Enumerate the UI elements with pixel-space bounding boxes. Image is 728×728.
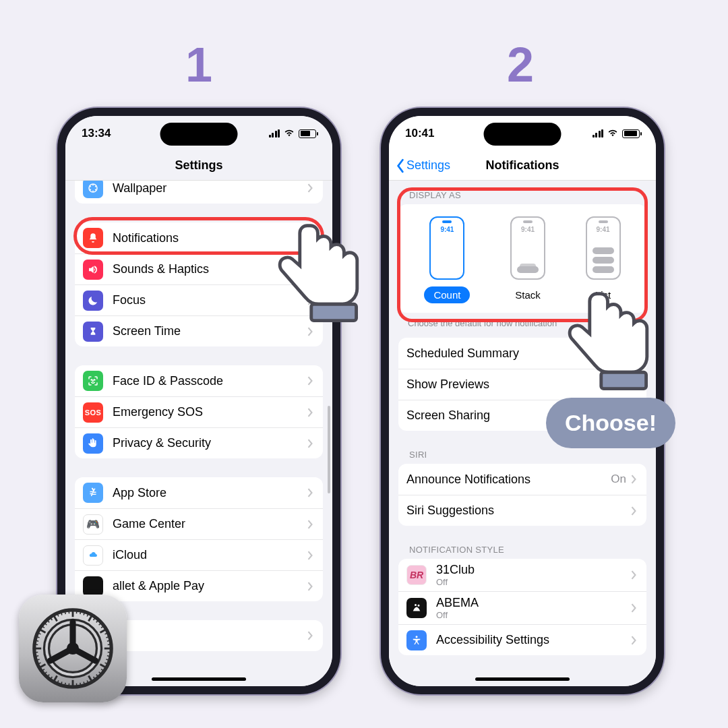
settings-row-abema[interactable]: ABEMAOff <box>398 591 646 624</box>
acc-icon <box>406 630 427 650</box>
row-label: Accessibility Settings <box>436 633 630 647</box>
nav-title: Notifications <box>485 158 559 173</box>
svg-rect-9 <box>311 304 357 320</box>
abema-icon <box>406 598 427 618</box>
settings-row-emergency-sos[interactable]: SOSEmergency SOS <box>75 396 323 427</box>
row-label: 31Club <box>436 563 630 577</box>
nav-bar: Settings Notifications <box>389 151 656 181</box>
svg-line-59 <box>35 656 38 657</box>
app-icon <box>83 576 103 597</box>
svg-rect-11 <box>601 372 646 388</box>
home-indicator <box>475 677 570 681</box>
scrollbar[interactable] <box>328 406 330 493</box>
svg-point-10 <box>416 636 418 638</box>
settings-row-icloud[interactable]: iCloud <box>75 539 323 570</box>
svg-point-5 <box>90 189 91 190</box>
settings-row-wallpaper[interactable]: Wallpaper <box>75 181 323 204</box>
step-number-2: 2 <box>507 37 534 92</box>
back-label: Settings <box>406 158 450 173</box>
row-label: Privacy & Security <box>113 436 307 450</box>
svg-point-1 <box>92 185 94 186</box>
svg-line-45 <box>76 684 77 687</box>
hand-icon <box>83 433 103 454</box>
section-header-display-as: DISPLAY AS <box>389 181 656 204</box>
section-header-siri: SIRI <box>389 450 656 464</box>
svg-line-63 <box>35 640 38 641</box>
dynamic-island <box>484 123 562 146</box>
dynamic-island <box>160 123 238 146</box>
display-mode-label: Stack <box>506 286 550 303</box>
mini-phone-icon: 9:41 <box>586 216 621 280</box>
cellular-icon <box>593 129 604 138</box>
svg-line-17 <box>76 610 77 613</box>
settings-row-game-center[interactable]: 🎮Game Center <box>75 508 323 539</box>
settings-row-app-store[interactable]: App Store <box>75 477 323 508</box>
br-icon: BR <box>406 565 427 585</box>
hourglass-icon <box>83 322 103 342</box>
row-detail: On <box>611 473 626 486</box>
svg-line-29 <box>107 640 111 641</box>
settings-row-siri-suggestions[interactable]: Siri Suggestions <box>398 495 646 526</box>
moon-icon <box>83 291 103 311</box>
tap-hand-icon <box>563 287 664 404</box>
svg-point-8 <box>94 380 95 380</box>
svg-line-18 <box>80 611 81 614</box>
svg-line-32 <box>108 652 111 653</box>
game-icon: 🎮 <box>83 514 103 535</box>
status-time: 13:34 <box>82 127 111 140</box>
svg-point-3 <box>95 189 96 190</box>
battery-icon <box>299 129 316 138</box>
appstore-icon <box>83 483 103 503</box>
speaker-icon <box>83 260 103 280</box>
section-header-style: NOTIFICATION STYLE <box>389 545 656 559</box>
display-mode-count[interactable]: 9:41Count <box>424 216 470 303</box>
svg-line-60 <box>34 652 38 653</box>
wifi-icon <box>283 127 295 140</box>
row-label: ɔs <box>113 628 307 643</box>
cellular-icon <box>269 129 280 138</box>
svg-point-7 <box>91 380 92 380</box>
svg-line-30 <box>108 644 111 645</box>
settings-row-accessibility-settings[interactable]: Accessibility Settings <box>398 624 646 655</box>
nav-bar: Settings <box>65 151 332 181</box>
choose-callout: Choose! <box>546 398 675 448</box>
svg-line-47 <box>69 684 69 687</box>
faceid-icon <box>83 371 103 391</box>
svg-line-75 <box>69 610 69 613</box>
nav-title: Settings <box>175 158 222 173</box>
svg-line-44 <box>80 683 81 686</box>
row-label: App Store <box>113 486 307 500</box>
display-mode-stack[interactable]: 9:41Stack <box>506 216 550 303</box>
row-subtitle: Off <box>436 610 630 620</box>
status-time: 10:41 <box>405 127 434 140</box>
battery-icon <box>622 129 640 138</box>
row-label: Face ID & Passcode <box>113 374 307 388</box>
mini-phone-icon: 9:41 <box>429 216 464 280</box>
row-label: allet & Apple Pay <box>113 579 307 593</box>
wallpaper-icon <box>83 181 103 198</box>
cloud-icon <box>83 545 103 566</box>
svg-line-62 <box>34 644 38 645</box>
svg-point-2 <box>95 186 96 187</box>
wifi-icon <box>607 127 619 140</box>
settings-row-face-id-passcode[interactable]: Face ID & Passcode <box>75 365 323 396</box>
svg-line-74 <box>65 611 65 614</box>
settings-row-announce-notifications[interactable]: Announce NotificationsOn <box>398 464 646 495</box>
mini-phone-icon: 9:41 <box>510 216 545 280</box>
settings-row-privacy-security[interactable]: Privacy & Security <box>75 427 323 458</box>
display-mode-label: Count <box>424 286 470 303</box>
tap-hand-icon <box>273 219 374 336</box>
step-number-1: 1 <box>185 37 212 92</box>
chevron-left-icon <box>396 158 405 173</box>
settings-app-icon <box>19 595 127 702</box>
svg-line-48 <box>65 683 65 686</box>
svg-line-33 <box>107 656 111 657</box>
row-label: Announce Notifications <box>406 473 611 487</box>
svg-point-6 <box>90 186 91 187</box>
back-button[interactable]: Settings <box>396 158 450 173</box>
settings-row-31club[interactable]: BR31ClubOff <box>398 559 646 591</box>
home-indicator <box>152 677 246 681</box>
svg-point-15 <box>67 642 79 655</box>
sos-icon: SOS <box>83 402 103 423</box>
bell-icon <box>83 228 103 248</box>
